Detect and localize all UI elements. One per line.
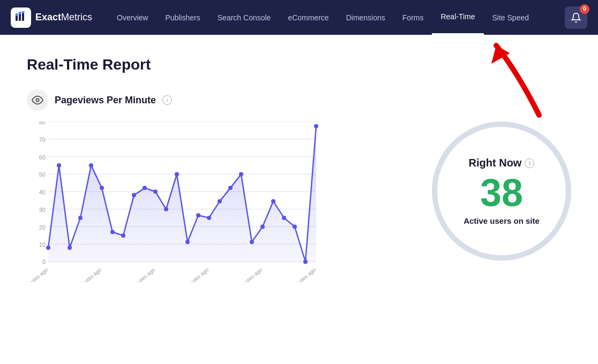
- svg-point-42: [196, 213, 200, 217]
- svg-text:15 minutes ago: 15 minutes ago: [124, 267, 156, 282]
- svg-text:10: 10: [39, 241, 46, 248]
- logo-icon: [11, 7, 31, 28]
- chart-container: 80 70 60 50 40 30 20 10 0: [27, 122, 327, 282]
- svg-text:20: 20: [39, 224, 46, 231]
- svg-point-52: [303, 260, 308, 264]
- svg-text:50: 50: [39, 171, 46, 178]
- svg-point-30: [68, 246, 72, 250]
- svg-point-40: [175, 172, 179, 176]
- nav-overview[interactable]: Overview: [108, 0, 156, 35]
- bell-icon: [571, 12, 581, 23]
- nav-search-console[interactable]: Search Console: [209, 0, 280, 35]
- svg-rect-1: [19, 14, 21, 21]
- svg-point-49: [271, 199, 275, 203]
- svg-text:60: 60: [39, 154, 46, 161]
- svg-point-36: [132, 193, 136, 198]
- svg-point-35: [121, 233, 125, 238]
- svg-rect-2: [22, 12, 24, 21]
- notification-badge: 0: [580, 4, 589, 14]
- svg-text:10 minutes ago: 10 minutes ago: [178, 267, 210, 282]
- svg-text:80: 80: [39, 122, 46, 125]
- svg-point-28: [46, 246, 50, 250]
- right-now-number: 38: [480, 173, 523, 212]
- svg-point-33: [100, 186, 104, 190]
- nav-publishers[interactable]: Publishers: [156, 0, 208, 35]
- notifications-button[interactable]: 0: [565, 6, 587, 29]
- svg-text:70: 70: [39, 136, 46, 143]
- chart-header: Pageviews Per Minute i: [27, 89, 410, 111]
- svg-text:40: 40: [39, 189, 46, 195]
- right-now-info-icon[interactable]: i: [525, 158, 534, 168]
- svg-point-48: [260, 225, 265, 229]
- eye-icon-wrap: [27, 89, 48, 111]
- svg-point-34: [110, 230, 115, 234]
- nav-dimensions[interactable]: Dimensions: [338, 0, 394, 35]
- svg-point-43: [207, 216, 211, 220]
- svg-point-53: [314, 124, 318, 128]
- svg-point-51: [293, 225, 297, 229]
- svg-point-29: [57, 163, 61, 168]
- main-content: Real-Time Report Pageviews Per Minute i: [0, 35, 598, 293]
- svg-point-46: [239, 172, 243, 176]
- main-area: Pageviews Per Minute i: [27, 89, 571, 282]
- nav-ecommerce[interactable]: eCommerce: [279, 0, 337, 35]
- svg-point-32: [89, 163, 93, 168]
- eye-icon: [32, 94, 43, 106]
- circle-widget: Right Now i 38 Active users on site: [432, 122, 571, 261]
- svg-rect-0: [16, 16, 18, 21]
- svg-point-3: [16, 13, 18, 16]
- navbar: ExactMetrics Overview Publishers Search …: [0, 0, 598, 35]
- logo-text: ExactMetrics: [35, 12, 92, 23]
- svg-text:0: 0: [42, 259, 46, 265]
- nav-logo[interactable]: ExactMetrics: [11, 7, 92, 28]
- svg-point-6: [36, 98, 39, 102]
- chart-title: Pageviews Per Minute: [55, 95, 156, 106]
- svg-text:5 minutes ago: 5 minutes ago: [234, 267, 264, 282]
- svg-text:30: 30: [39, 207, 46, 213]
- svg-point-4: [19, 11, 21, 14]
- svg-point-39: [164, 207, 168, 211]
- svg-point-50: [282, 216, 286, 220]
- nav-forms[interactable]: Forms: [394, 0, 432, 35]
- svg-point-38: [153, 189, 158, 194]
- chart-svg: 80 70 60 50 40 30 20 10 0: [27, 122, 327, 282]
- nav-items: Overview Publishers Search Console eComm…: [108, 0, 565, 35]
- svg-point-45: [228, 186, 233, 190]
- nav-real-time[interactable]: Real-Time: [432, 0, 483, 35]
- svg-text:0 minutes ago: 0 minutes ago: [287, 267, 317, 282]
- right-now-label: Active users on site: [464, 216, 540, 225]
- right-now-panel: Right Now i 38 Active users on site: [432, 122, 571, 261]
- chart-section: Pageviews Per Minute i: [27, 89, 410, 282]
- svg-text:20 minutes ago: 20 minutes ago: [71, 267, 103, 282]
- right-now-title: Right Now i: [469, 157, 535, 169]
- svg-point-47: [250, 240, 254, 244]
- svg-point-44: [218, 199, 222, 203]
- svg-point-41: [185, 240, 190, 244]
- svg-text:25 minutes ago: 25 minutes ago: [27, 267, 49, 282]
- svg-point-31: [78, 216, 83, 220]
- nav-site-speed[interactable]: Site Speed: [484, 0, 538, 35]
- chart-info-icon[interactable]: i: [162, 95, 172, 105]
- page-title: Real-Time Report: [27, 56, 571, 73]
- svg-point-37: [143, 186, 147, 190]
